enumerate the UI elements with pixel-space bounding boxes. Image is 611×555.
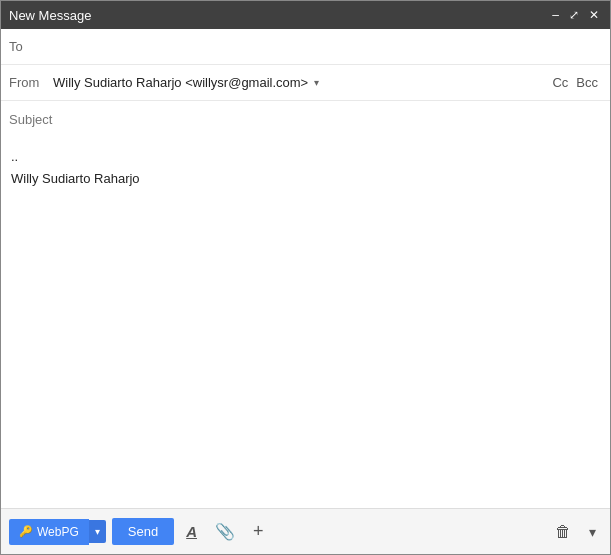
title-bar: New Message – ⤢ ✕ — [1, 1, 610, 29]
minimize-button[interactable]: – — [549, 9, 562, 21]
more-options-button[interactable]: ▾ — [583, 520, 602, 544]
subject-row — [1, 101, 610, 137]
delete-icon: 🗑 — [555, 523, 571, 540]
insert-button[interactable]: + — [247, 517, 270, 546]
to-input[interactable] — [53, 39, 602, 54]
webpg-group: 🔑 WebPG ▾ — [9, 519, 106, 545]
delete-button[interactable]: 🗑 — [549, 519, 577, 545]
send-button[interactable]: Send — [112, 518, 174, 545]
compose-body[interactable]: .. Willy Sudiarto Raharjo — [1, 137, 610, 508]
maximize-button[interactable]: ⤢ — [566, 9, 582, 21]
cc-button[interactable]: Cc — [552, 75, 568, 90]
from-address: Willy Sudiarto Raharjo <willysr@gmail.co… — [53, 75, 308, 90]
format-icon: A — [186, 523, 197, 540]
cc-bcc-area: Cc Bcc — [552, 75, 598, 90]
webpg-button[interactable]: 🔑 WebPG — [9, 519, 89, 545]
signature-dots: .. — [11, 147, 600, 167]
from-value: Willy Sudiarto Raharjo <willysr@gmail.co… — [53, 75, 552, 90]
to-row: To — [1, 29, 610, 65]
from-dropdown-button[interactable]: ▾ — [312, 77, 321, 88]
to-label: To — [9, 39, 49, 54]
signature-name: Willy Sudiarto Raharjo — [11, 169, 600, 189]
window-title: New Message — [9, 8, 91, 23]
attach-button[interactable]: 📎 — [209, 518, 241, 545]
from-label: From — [9, 75, 49, 90]
webpg-dropdown-button[interactable]: ▾ — [89, 520, 106, 543]
from-row: From Willy Sudiarto Raharjo <willysr@gma… — [1, 65, 610, 101]
bcc-button[interactable]: Bcc — [576, 75, 598, 90]
window-controls: – ⤢ ✕ — [549, 9, 602, 21]
insert-icon: + — [253, 521, 264, 542]
subject-input[interactable] — [9, 112, 602, 127]
webpg-icon: 🔑 — [19, 525, 33, 538]
format-text-button[interactable]: A — [180, 519, 203, 544]
compose-window: New Message – ⤢ ✕ To From Willy Sudiarto… — [0, 0, 611, 555]
close-button[interactable]: ✕ — [586, 9, 602, 21]
more-icon: ▾ — [589, 524, 596, 540]
toolbar: 🔑 WebPG ▾ Send A 📎 + 🗑 ▾ — [1, 508, 610, 554]
webpg-label: WebPG — [37, 525, 79, 539]
attach-icon: 📎 — [215, 522, 235, 541]
